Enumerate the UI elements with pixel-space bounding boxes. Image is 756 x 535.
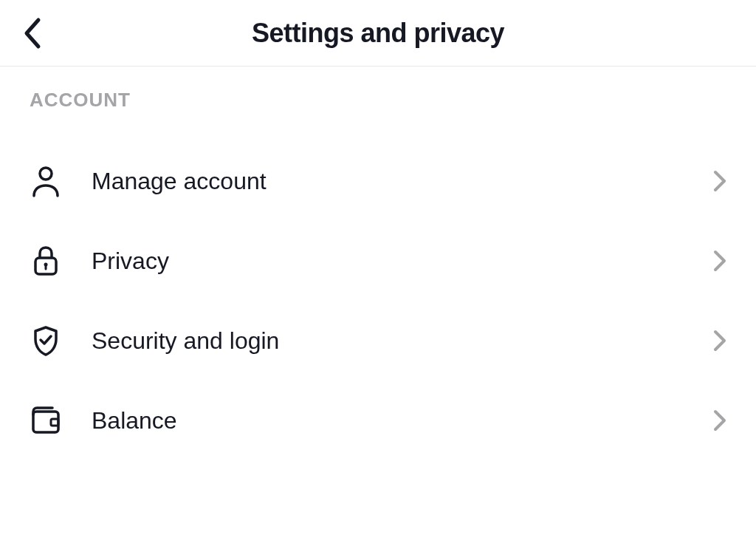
svg-rect-5 [51,419,58,426]
list-item-privacy[interactable]: Privacy [30,221,726,301]
shield-check-icon [30,324,62,357]
list-item-security[interactable]: Security and login [30,301,726,381]
chevron-right-icon [713,409,726,432]
chevron-right-icon [713,170,726,192]
wallet-icon [30,404,62,437]
chevron-left-icon [22,16,44,51]
list-item-label: Balance [92,407,713,435]
list-item-label: Security and login [92,327,713,355]
section-header: ACCOUNT [30,89,726,112]
header: Settings and privacy [0,0,756,67]
person-icon [30,165,62,197]
chevron-right-icon [713,330,726,352]
back-button[interactable] [22,16,44,51]
list-item-label: Manage account [92,168,713,195]
page-title: Settings and privacy [0,18,756,49]
svg-point-0 [40,168,52,180]
svg-rect-4 [33,412,58,432]
list-item-label: Privacy [92,248,713,275]
list-item-manage-account[interactable]: Manage account [30,141,726,221]
list-item-balance[interactable]: Balance [30,381,726,460]
content: ACCOUNT Manage account Privacy [0,67,756,460]
chevron-right-icon [713,250,726,272]
lock-icon [30,245,62,277]
